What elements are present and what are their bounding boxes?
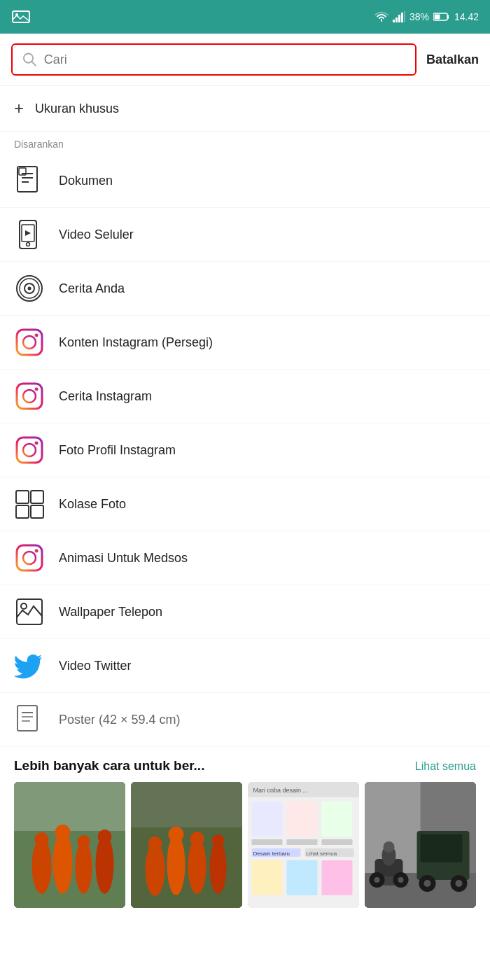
svg-point-23 bbox=[28, 287, 31, 290]
item-label-poster: Poster (42 × 59.4 cm) bbox=[59, 713, 181, 727]
list-item[interactable]: Kolase Foto bbox=[0, 477, 490, 531]
list-item[interactable]: Video Twitter bbox=[0, 639, 490, 693]
thumbnail-1[interactable] bbox=[14, 782, 125, 908]
svg-point-55 bbox=[78, 835, 90, 848]
svg-text:Desain terbaru: Desain terbaru bbox=[253, 850, 290, 857]
svg-rect-24 bbox=[17, 330, 42, 355]
item-label-animasi-medsos: Animasi Untuk Medsos bbox=[59, 551, 188, 566]
svg-rect-35 bbox=[16, 505, 29, 518]
svg-point-99 bbox=[398, 877, 404, 883]
svg-point-66 bbox=[190, 832, 204, 846]
svg-rect-82 bbox=[287, 860, 318, 895]
svg-rect-8 bbox=[434, 15, 440, 20]
list-item[interactable]: Foto Profil Instagram bbox=[0, 424, 490, 477]
list-item[interactable]: Dokumen bbox=[0, 154, 490, 208]
status-bar: 38% 14.42 bbox=[0, 0, 490, 34]
svg-rect-34 bbox=[31, 491, 43, 503]
search-area: Batalkan bbox=[0, 34, 490, 86]
svg-point-19 bbox=[27, 243, 30, 246]
svg-rect-89 bbox=[421, 834, 463, 862]
dokumen-icon bbox=[14, 165, 45, 196]
plus-icon: + bbox=[14, 99, 24, 118]
svg-marker-18 bbox=[25, 230, 31, 236]
svg-point-92 bbox=[424, 880, 431, 887]
svg-text:Mari coba desain ...: Mari coba desain ... bbox=[253, 787, 309, 794]
svg-point-25 bbox=[23, 336, 36, 349]
svg-rect-27 bbox=[17, 384, 42, 409]
svg-rect-11 bbox=[18, 167, 37, 192]
item-label-foto-profil-instagram: Foto Profil Instagram bbox=[59, 443, 176, 458]
cancel-button[interactable]: Batalkan bbox=[426, 52, 479, 67]
item-label-konten-instagram: Konten Instagram (Persegi) bbox=[59, 335, 213, 350]
poster-icon bbox=[14, 704, 45, 735]
see-all-button[interactable]: Lihat semua bbox=[415, 760, 476, 773]
thumbnails-row: Mari coba desain ... Desain terbaru Liha… bbox=[14, 782, 476, 908]
svg-point-1 bbox=[15, 13, 18, 16]
video-seluler-icon bbox=[14, 219, 45, 250]
list-item[interactable]: Animasi Untuk Medsos bbox=[0, 531, 490, 585]
svg-point-29 bbox=[35, 388, 38, 391]
svg-point-63 bbox=[210, 841, 227, 894]
custom-size-row[interactable]: + Ukuran khusus bbox=[0, 86, 490, 132]
thumbnail-3[interactable]: Mari coba desain ... Desain terbaru Liha… bbox=[248, 782, 359, 908]
time-text: 14.42 bbox=[454, 11, 479, 22]
item-label-cerita-instagram: Cerita Instagram bbox=[59, 389, 152, 404]
svg-point-61 bbox=[167, 834, 186, 895]
status-icons: 38% 14.42 bbox=[374, 11, 479, 22]
svg-rect-76 bbox=[322, 839, 353, 845]
wifi-icon bbox=[374, 11, 388, 22]
svg-point-60 bbox=[146, 843, 165, 896]
bottom-section: Lebih banyak cara untuk ber... Lihat sem… bbox=[0, 747, 490, 915]
svg-point-39 bbox=[35, 550, 38, 553]
battery-text: 38% bbox=[410, 11, 429, 22]
svg-point-28 bbox=[23, 390, 36, 402]
items-list: Dokumen Video Seluler Cerita Anda bbox=[0, 154, 490, 747]
item-label-kolase-foto: Kolase Foto bbox=[59, 497, 126, 512]
svg-point-64 bbox=[148, 836, 162, 850]
svg-point-65 bbox=[169, 827, 184, 842]
kolase-foto-icon bbox=[14, 489, 45, 519]
signal-icon bbox=[393, 11, 405, 22]
svg-rect-48 bbox=[14, 782, 125, 831]
svg-rect-5 bbox=[401, 13, 403, 22]
svg-point-101 bbox=[384, 841, 395, 853]
svg-rect-81 bbox=[252, 860, 283, 895]
svg-point-93 bbox=[456, 880, 463, 887]
svg-point-32 bbox=[35, 442, 38, 445]
thumbnail-2[interactable] bbox=[131, 782, 242, 908]
list-item[interactable]: Wallpaper Telepon bbox=[0, 585, 490, 639]
wallpaper-telepon-icon bbox=[14, 596, 45, 627]
item-label-video-seluler: Video Seluler bbox=[59, 227, 134, 242]
svg-point-98 bbox=[374, 877, 380, 883]
svg-rect-3 bbox=[396, 18, 398, 22]
animasi-medsos-icon bbox=[14, 542, 45, 573]
svg-point-50 bbox=[53, 831, 73, 894]
item-label-dokumen: Dokumen bbox=[59, 174, 113, 188]
list-item[interactable]: Cerita Instagram bbox=[0, 370, 490, 424]
battery-icon bbox=[433, 12, 450, 22]
list-item[interactable]: Video Seluler bbox=[0, 208, 490, 262]
svg-point-31 bbox=[23, 444, 36, 456]
svg-rect-2 bbox=[393, 20, 395, 22]
svg-point-41 bbox=[21, 603, 27, 609]
suggested-label: Disarankan bbox=[0, 132, 490, 154]
gallery-icon bbox=[11, 10, 31, 24]
twitter-icon bbox=[14, 650, 45, 681]
svg-rect-30 bbox=[17, 438, 42, 463]
cerita-anda-icon bbox=[14, 273, 45, 304]
svg-rect-83 bbox=[322, 860, 353, 895]
svg-rect-71 bbox=[252, 802, 283, 836]
list-item[interactable]: Konten Instagram (Persegi) bbox=[0, 316, 490, 370]
list-item[interactable]: Poster (42 × 59.4 cm) bbox=[0, 693, 490, 747]
search-input[interactable] bbox=[44, 52, 405, 67]
svg-rect-36 bbox=[31, 505, 43, 518]
custom-size-label: Ukuran khusus bbox=[35, 102, 119, 116]
svg-point-52 bbox=[96, 835, 114, 894]
thumbnail-4[interactable] bbox=[365, 782, 476, 908]
svg-point-53 bbox=[35, 832, 49, 846]
list-item[interactable]: Cerita Anda bbox=[0, 262, 490, 316]
bottom-title: Lebih banyak cara untuk ber... bbox=[14, 758, 204, 774]
item-label-cerita-anda: Cerita Anda bbox=[59, 281, 125, 296]
search-box[interactable] bbox=[11, 43, 416, 76]
svg-rect-37 bbox=[17, 545, 42, 570]
